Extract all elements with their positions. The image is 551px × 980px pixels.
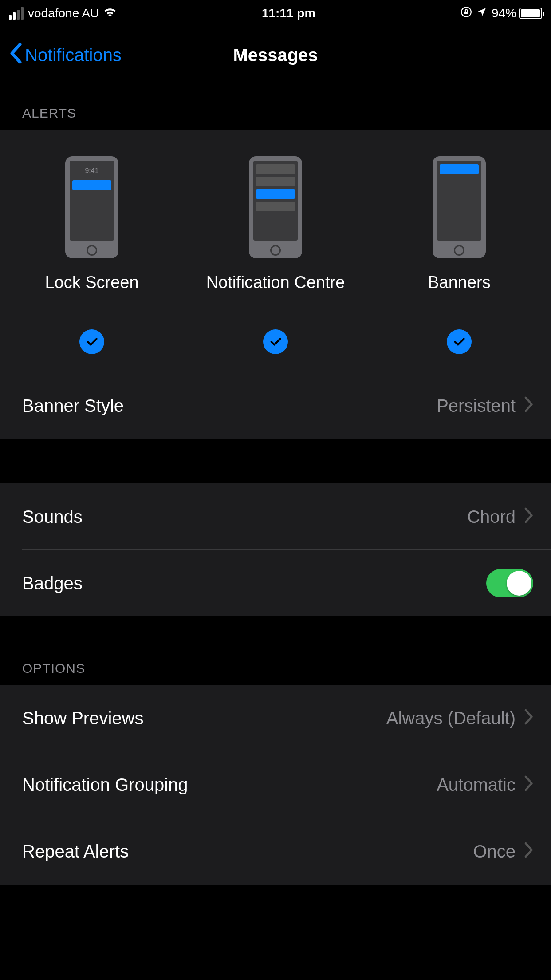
orientation-lock-icon xyxy=(460,6,472,21)
alerts-tiles: 9:41 Lock Screen Notification Centre xyxy=(0,130,551,372)
row-label: Badges xyxy=(22,573,83,593)
status-bar: vodafone AU 11:11 pm 94% xyxy=(0,0,551,27)
wifi-icon xyxy=(103,7,117,20)
row-label: Banner Style xyxy=(22,396,124,416)
row-value: Persistent xyxy=(437,396,516,416)
row-value: Chord xyxy=(467,507,516,527)
row-label: Sounds xyxy=(22,507,83,527)
back-label: Notifications xyxy=(25,45,122,65)
chevron-right-icon xyxy=(523,395,533,417)
section-header-options: OPTIONS xyxy=(0,616,551,685)
checkmark-icon[interactable] xyxy=(447,329,472,354)
alert-tile-lock-screen[interactable]: 9:41 Lock Screen xyxy=(0,156,184,354)
alert-tile-banners[interactable]: Banners xyxy=(367,156,551,354)
cell-signal-icon xyxy=(9,7,24,20)
carrier-label: vodafone AU xyxy=(28,6,99,20)
location-icon xyxy=(476,6,487,20)
row-banner-style[interactable]: Banner Style Persistent xyxy=(0,372,551,439)
chevron-right-icon xyxy=(523,506,533,528)
chevron-right-icon xyxy=(523,774,533,796)
row-show-previews[interactable]: Show Previews Always (Default) xyxy=(0,685,551,751)
tile-label: Lock Screen xyxy=(45,272,138,316)
nav-bar: Notifications Messages xyxy=(0,27,551,84)
row-value: Always (Default) xyxy=(386,708,516,728)
row-label: Repeat Alerts xyxy=(22,842,129,861)
row-sounds[interactable]: Sounds Chord xyxy=(0,483,551,550)
row-value: Automatic xyxy=(437,775,516,795)
alert-tile-notification-centre[interactable]: Notification Centre xyxy=(184,156,367,354)
status-time: 11:11 pm xyxy=(262,6,315,20)
lock-screen-icon: 9:41 xyxy=(65,156,118,258)
battery-percent: 94% xyxy=(492,6,516,20)
row-notification-grouping[interactable]: Notification Grouping Automatic xyxy=(0,751,551,818)
badges-toggle[interactable] xyxy=(486,569,533,597)
row-label: Notification Grouping xyxy=(22,775,188,795)
row-badges: Badges xyxy=(0,550,551,616)
section-header-alerts: ALERTS xyxy=(0,84,551,130)
chevron-right-icon xyxy=(523,707,533,729)
back-button[interactable]: Notifications xyxy=(0,43,122,68)
checkmark-icon[interactable] xyxy=(79,329,104,354)
chevron-left-icon xyxy=(9,43,22,68)
chevron-right-icon xyxy=(523,840,533,862)
row-repeat-alerts[interactable]: Repeat Alerts Once xyxy=(0,818,551,885)
banner-icon xyxy=(433,156,486,258)
notification-centre-icon xyxy=(249,156,302,258)
checkmark-icon[interactable] xyxy=(263,329,288,354)
tile-label: Banners xyxy=(428,272,491,316)
battery-icon xyxy=(519,8,542,19)
row-value: Once xyxy=(473,842,516,861)
row-label: Show Previews xyxy=(22,708,143,728)
tile-label: Notification Centre xyxy=(206,272,345,316)
